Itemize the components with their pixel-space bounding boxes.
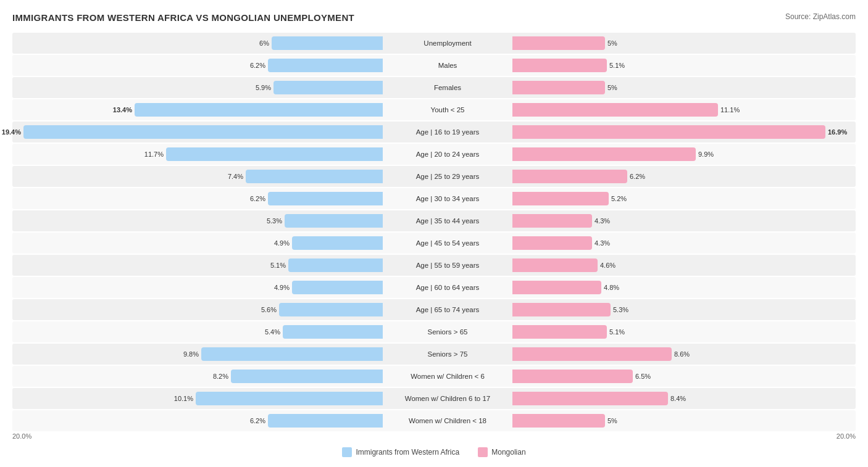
pink-bar	[512, 214, 592, 228]
chart-row: 6.2%Males5.1%	[12, 55, 856, 76]
row-label: Seniors > 75	[383, 350, 512, 358]
right-bar-container: 5.1%	[512, 55, 868, 76]
right-value: 11.1%	[720, 106, 740, 114]
blue-bar	[272, 36, 383, 50]
axis-left-label: 20.0%	[12, 432, 31, 440]
blue-bar	[231, 370, 383, 383]
right-value: 5.1%	[609, 62, 625, 69]
left-bar-container: 5.1%	[12, 255, 383, 276]
chart-row: 7.4%Age | 25 to 29 years6.2%	[12, 166, 856, 187]
legend-right-label: Mongolian	[491, 448, 525, 457]
chart-row: 8.2%Women w/ Children < 66.5%	[12, 366, 856, 387]
left-value: 13.4%	[113, 106, 132, 114]
right-value: 5.3%	[613, 306, 628, 313]
row-label: Females	[383, 84, 512, 91]
blue-bar	[292, 281, 383, 294]
chart-legend: Immigrants from Western Africa Mongolian	[12, 447, 856, 457]
pink-bar	[512, 59, 607, 72]
right-bar-container: 4.3%	[512, 210, 868, 231]
row-label: Males	[383, 62, 512, 69]
right-bar-container: 5.3%	[512, 299, 868, 320]
pink-bar	[512, 347, 672, 361]
row-label: Age | 55 to 59 years	[383, 262, 512, 269]
chart-source: Source: ZipAtlas.com	[785, 12, 856, 21]
right-bar-container: 5%	[512, 33, 868, 54]
chart-row: 6.2%Age | 30 to 34 years5.2%	[12, 188, 856, 209]
chart-container: IMMIGRANTS FROM WESTERN AFRICA VS MONGOL…	[12, 12, 856, 457]
right-bar-container: 4.3%	[512, 233, 868, 254]
chart-row: 5.9%Females5%	[12, 77, 856, 98]
left-value: 4.9%	[274, 284, 290, 291]
row-label: Age | 16 to 19 years	[383, 128, 512, 136]
left-value: 6.2%	[250, 417, 265, 424]
left-bar-container: 4.9%	[12, 233, 383, 254]
right-value: 5%	[607, 84, 617, 91]
left-value: 5.3%	[267, 217, 282, 225]
legend-swatch-left	[342, 447, 352, 457]
pink-bar	[512, 147, 696, 161]
pink-bar	[512, 81, 605, 94]
row-label: Age | 20 to 24 years	[383, 151, 512, 158]
row-label: Age | 30 to 34 years	[383, 195, 512, 202]
left-bar-container: 19.4%	[12, 122, 383, 143]
chart-title: IMMIGRANTS FROM WESTERN AFRICA VS MONGOL…	[12, 12, 354, 23]
pink-bar	[512, 414, 605, 428]
legend-swatch-right	[478, 447, 488, 457]
row-label: Age | 25 to 29 years	[383, 173, 512, 180]
chart-row: 5.3%Age | 35 to 44 years4.3%	[12, 210, 856, 231]
left-value: 7.4%	[228, 173, 243, 180]
blue-bar	[268, 192, 383, 205]
chart-row: 11.7%Age | 20 to 24 years9.9%	[12, 144, 856, 165]
blue-bar	[201, 347, 383, 361]
blue-bar	[135, 103, 383, 117]
left-value: 6.2%	[250, 195, 265, 202]
left-value: 10.1%	[174, 395, 193, 402]
right-value: 8.6%	[674, 350, 690, 358]
chart-row: 10.1%Women w/ Children 6 to 178.4%	[12, 388, 856, 409]
chart-header: IMMIGRANTS FROM WESTERN AFRICA VS MONGOL…	[12, 12, 856, 23]
blue-bar	[283, 325, 383, 339]
right-value: 6.2%	[630, 173, 645, 180]
right-value: 5.2%	[611, 195, 627, 202]
right-bar-container: 6.5%	[512, 366, 868, 387]
axis-left: 20.0%	[12, 432, 364, 440]
left-bar-container: 8.2%	[12, 366, 383, 387]
left-bar-container: 7.4%	[12, 166, 383, 187]
row-label: Seniors > 65	[383, 328, 512, 336]
pink-bar	[512, 170, 627, 183]
axis-right: 20.0%	[504, 432, 856, 440]
pink-bar	[512, 325, 607, 339]
left-bar-container: 9.8%	[12, 344, 383, 365]
chart-row: 9.8%Seniors > 758.6%	[12, 344, 856, 365]
chart-row: 5.1%Age | 55 to 59 years4.6%	[12, 255, 856, 276]
right-value: 8.4%	[670, 395, 686, 402]
legend-left-label: Immigrants from Western Africa	[356, 448, 459, 457]
right-value: 9.9%	[698, 151, 714, 158]
right-bar-container: 9.9%	[512, 144, 868, 165]
chart-row: 5.4%Seniors > 655.1%	[12, 321, 856, 342]
row-label: Women w/ Children < 6	[383, 373, 512, 380]
right-value: 4.3%	[595, 217, 610, 225]
blue-bar	[23, 125, 383, 139]
axis-row: 20.0% 20.0%	[12, 432, 856, 440]
right-value: 5%	[607, 417, 617, 424]
left-value: 6%	[259, 39, 269, 47]
row-label: Age | 35 to 44 years	[383, 217, 512, 225]
left-value: 9.8%	[183, 350, 199, 358]
left-value: 6.2%	[250, 62, 265, 69]
pink-bar	[512, 236, 592, 250]
left-value: 19.4%	[2, 128, 21, 136]
pink-bar	[512, 392, 668, 405]
left-bar-container: 6.2%	[12, 55, 383, 76]
row-label: Youth < 25	[383, 106, 512, 114]
legend-right: Mongolian	[478, 447, 525, 457]
left-bar-container: 5.3%	[12, 210, 383, 231]
chart-row: 4.9%Age | 45 to 54 years4.3%	[12, 233, 856, 254]
left-bar-container: 13.4%	[12, 99, 383, 120]
right-bar-container: 6.2%	[512, 166, 868, 187]
row-label: Age | 45 to 54 years	[383, 239, 512, 247]
chart-row: 13.4%Youth < 2511.1%	[12, 99, 856, 120]
left-bar-container: 10.1%	[12, 388, 383, 409]
chart-row: 6%Unemployment5%	[12, 33, 856, 54]
right-bar-container: 5.2%	[512, 188, 868, 209]
